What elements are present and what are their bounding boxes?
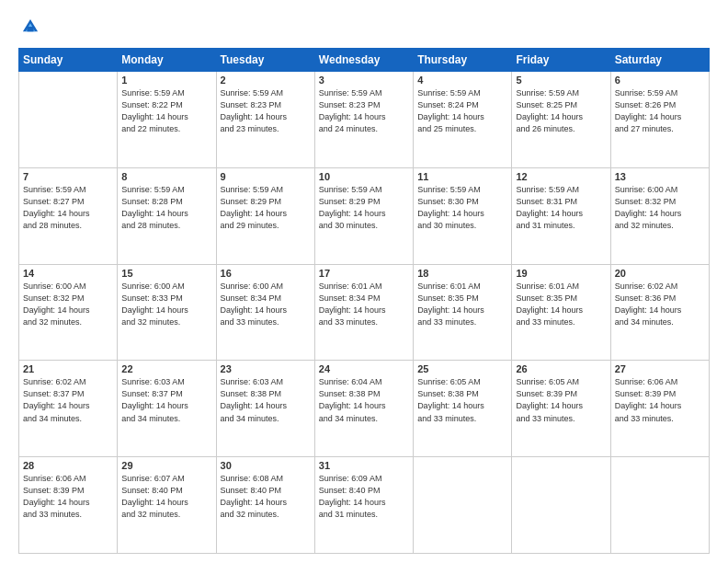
cell-info: Sunrise: 6:05 AM Sunset: 8:38 PM Dayligh… xyxy=(417,376,507,424)
calendar-cell: 3Sunrise: 5:59 AM Sunset: 8:23 PM Daylig… xyxy=(314,72,413,168)
weekday-header-saturday: Saturday xyxy=(610,49,709,72)
day-number: 13 xyxy=(615,171,705,182)
day-number: 6 xyxy=(615,75,705,86)
cell-info: Sunrise: 5:59 AM Sunset: 8:27 PM Dayligh… xyxy=(23,184,113,232)
calendar-cell xyxy=(19,72,118,168)
cell-info: Sunrise: 6:00 AM Sunset: 8:32 PM Dayligh… xyxy=(23,281,113,328)
calendar-cell: 10Sunrise: 5:59 AM Sunset: 8:29 PM Dayli… xyxy=(314,167,413,264)
day-number: 5 xyxy=(516,75,606,86)
cell-info: Sunrise: 6:01 AM Sunset: 8:34 PM Dayligh… xyxy=(319,281,409,328)
calendar-cell: 8Sunrise: 5:59 AM Sunset: 8:28 PM Daylig… xyxy=(118,167,216,264)
day-number: 16 xyxy=(221,268,311,279)
day-number: 17 xyxy=(319,268,409,279)
cell-info: Sunrise: 6:00 AM Sunset: 8:33 PM Dayligh… xyxy=(121,281,211,328)
calendar-cell xyxy=(414,457,512,554)
cell-info: Sunrise: 6:06 AM Sunset: 8:39 PM Dayligh… xyxy=(615,376,705,424)
cell-info: Sunrise: 5:59 AM Sunset: 8:25 PM Dayligh… xyxy=(516,87,606,135)
cell-info: Sunrise: 6:00 AM Sunset: 8:34 PM Dayligh… xyxy=(221,281,311,328)
week-row-4: 28Sunrise: 6:06 AM Sunset: 8:39 PM Dayli… xyxy=(19,457,710,554)
day-number: 3 xyxy=(319,75,409,86)
calendar-cell: 13Sunrise: 6:00 AM Sunset: 8:32 PM Dayli… xyxy=(610,167,709,264)
calendar-cell: 12Sunrise: 5:59 AM Sunset: 8:31 PM Dayli… xyxy=(512,167,610,264)
cell-info: Sunrise: 6:02 AM Sunset: 8:36 PM Dayligh… xyxy=(615,281,705,328)
day-number: 23 xyxy=(221,363,311,374)
calendar-cell: 29Sunrise: 6:07 AM Sunset: 8:40 PM Dayli… xyxy=(118,457,216,554)
day-number: 31 xyxy=(319,460,409,471)
day-number: 18 xyxy=(417,268,507,279)
svg-rect-2 xyxy=(27,27,33,31)
day-number: 2 xyxy=(221,75,311,86)
cell-info: Sunrise: 5:59 AM Sunset: 8:23 PM Dayligh… xyxy=(319,87,409,135)
cell-info: Sunrise: 5:59 AM Sunset: 8:24 PM Dayligh… xyxy=(417,87,507,135)
calendar-cell: 6Sunrise: 5:59 AM Sunset: 8:26 PM Daylig… xyxy=(610,72,709,168)
calendar-cell: 27Sunrise: 6:06 AM Sunset: 8:39 PM Dayli… xyxy=(610,361,709,457)
calendar-cell: 15Sunrise: 6:00 AM Sunset: 8:33 PM Dayli… xyxy=(118,264,216,361)
calendar-cell: 22Sunrise: 6:03 AM Sunset: 8:37 PM Dayli… xyxy=(118,361,216,457)
day-number: 26 xyxy=(516,363,606,374)
calendar-cell: 19Sunrise: 6:01 AM Sunset: 8:35 PM Dayli… xyxy=(512,264,610,361)
day-number: 27 xyxy=(615,363,705,374)
cell-info: Sunrise: 6:06 AM Sunset: 8:39 PM Dayligh… xyxy=(23,473,113,521)
day-number: 20 xyxy=(615,268,705,279)
day-number: 8 xyxy=(121,171,211,182)
calendar-cell: 1Sunrise: 5:59 AM Sunset: 8:22 PM Daylig… xyxy=(118,72,216,168)
week-row-3: 21Sunrise: 6:02 AM Sunset: 8:37 PM Dayli… xyxy=(19,361,710,457)
weekday-header-friday: Friday xyxy=(512,49,610,72)
day-number: 11 xyxy=(417,171,507,182)
day-number: 12 xyxy=(516,171,606,182)
calendar-cell: 31Sunrise: 6:09 AM Sunset: 8:40 PM Dayli… xyxy=(314,457,413,554)
day-number: 15 xyxy=(121,268,211,279)
day-number: 19 xyxy=(516,268,606,279)
day-number: 28 xyxy=(23,460,113,471)
calendar-cell: 23Sunrise: 6:03 AM Sunset: 8:38 PM Dayli… xyxy=(216,361,314,457)
day-number: 21 xyxy=(23,363,113,374)
day-number: 30 xyxy=(221,460,311,471)
day-number: 7 xyxy=(23,171,113,182)
day-number: 29 xyxy=(121,460,211,471)
cell-info: Sunrise: 5:59 AM Sunset: 8:22 PM Dayligh… xyxy=(121,87,211,135)
cell-info: Sunrise: 6:02 AM Sunset: 8:37 PM Dayligh… xyxy=(23,376,113,424)
cell-info: Sunrise: 6:07 AM Sunset: 8:40 PM Dayligh… xyxy=(121,473,211,521)
cell-info: Sunrise: 6:03 AM Sunset: 8:38 PM Dayligh… xyxy=(221,376,311,424)
cell-info: Sunrise: 6:00 AM Sunset: 8:32 PM Dayligh… xyxy=(615,184,705,232)
calendar-cell: 11Sunrise: 5:59 AM Sunset: 8:30 PM Dayli… xyxy=(414,167,512,264)
cell-info: Sunrise: 5:59 AM Sunset: 8:29 PM Dayligh… xyxy=(319,184,409,232)
calendar-cell: 17Sunrise: 6:01 AM Sunset: 8:34 PM Dayli… xyxy=(314,264,413,361)
calendar-cell: 21Sunrise: 6:02 AM Sunset: 8:37 PM Dayli… xyxy=(19,361,118,457)
calendar-cell: 2Sunrise: 5:59 AM Sunset: 8:23 PM Daylig… xyxy=(216,72,314,168)
calendar-cell: 26Sunrise: 6:05 AM Sunset: 8:39 PM Dayli… xyxy=(512,361,610,457)
day-number: 24 xyxy=(319,363,409,374)
weekday-header-row: SundayMondayTuesdayWednesdayThursdayFrid… xyxy=(19,49,710,72)
cell-info: Sunrise: 6:04 AM Sunset: 8:38 PM Dayligh… xyxy=(319,376,409,424)
calendar-body: 1Sunrise: 5:59 AM Sunset: 8:22 PM Daylig… xyxy=(19,72,710,554)
cell-info: Sunrise: 6:01 AM Sunset: 8:35 PM Dayligh… xyxy=(516,281,606,328)
day-number: 1 xyxy=(121,75,211,86)
cell-info: Sunrise: 5:59 AM Sunset: 8:29 PM Dayligh… xyxy=(221,184,311,232)
cell-info: Sunrise: 5:59 AM Sunset: 8:26 PM Dayligh… xyxy=(615,87,705,135)
header xyxy=(18,17,710,40)
weekday-header-sunday: Sunday xyxy=(19,49,118,72)
calendar-cell: 5Sunrise: 5:59 AM Sunset: 8:25 PM Daylig… xyxy=(512,72,610,168)
cell-info: Sunrise: 5:59 AM Sunset: 8:23 PM Dayligh… xyxy=(221,87,311,135)
logo-icon xyxy=(20,17,40,37)
week-row-2: 14Sunrise: 6:00 AM Sunset: 8:32 PM Dayli… xyxy=(19,264,710,361)
calendar-cell xyxy=(610,457,709,554)
calendar-cell: 30Sunrise: 6:08 AM Sunset: 8:40 PM Dayli… xyxy=(216,457,314,554)
cell-info: Sunrise: 5:59 AM Sunset: 8:28 PM Dayligh… xyxy=(121,184,211,232)
weekday-header-tuesday: Tuesday xyxy=(216,49,314,72)
calendar-cell: 25Sunrise: 6:05 AM Sunset: 8:38 PM Dayli… xyxy=(414,361,512,457)
calendar-cell: 24Sunrise: 6:04 AM Sunset: 8:38 PM Dayli… xyxy=(314,361,413,457)
day-number: 25 xyxy=(417,363,507,374)
page: SundayMondayTuesdayWednesdayThursdayFrid… xyxy=(0,0,728,563)
day-number: 9 xyxy=(221,171,311,182)
calendar-cell: 18Sunrise: 6:01 AM Sunset: 8:35 PM Dayli… xyxy=(414,264,512,361)
cell-info: Sunrise: 6:05 AM Sunset: 8:39 PM Dayligh… xyxy=(516,376,606,424)
logo xyxy=(18,17,42,40)
cell-info: Sunrise: 6:08 AM Sunset: 8:40 PM Dayligh… xyxy=(221,473,311,521)
day-number: 10 xyxy=(319,171,409,182)
calendar-table: SundayMondayTuesdayWednesdayThursdayFrid… xyxy=(18,48,710,554)
cell-info: Sunrise: 6:03 AM Sunset: 8:37 PM Dayligh… xyxy=(121,376,211,424)
weekday-header-thursday: Thursday xyxy=(414,49,512,72)
day-number: 4 xyxy=(417,75,507,86)
week-row-1: 7Sunrise: 5:59 AM Sunset: 8:27 PM Daylig… xyxy=(19,167,710,264)
